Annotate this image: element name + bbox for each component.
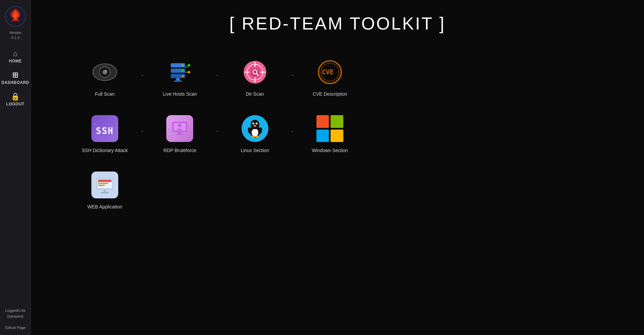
user-info: LoggedIn As [sarayloo]	[4, 304, 27, 322]
svg-point-33	[178, 124, 181, 127]
nav-dashboard-label: Dashboard	[1, 80, 29, 85]
tool-full-scan[interactable]: Full Scan	[71, 50, 138, 103]
rdp-icon-wrap	[165, 113, 195, 144]
svg-text:CVE: CVE	[322, 68, 334, 76]
tool-web-application[interactable]: WEB Application	[71, 163, 138, 216]
dir-scan-icon-wrap	[240, 57, 270, 87]
home-icon: ⌂	[13, 50, 18, 57]
svg-point-1	[14, 14, 17, 17]
svg-rect-51	[98, 183, 108, 184]
ssh-label: SSH Dictionary Attack	[82, 148, 128, 153]
windows-label: Windows Section	[312, 148, 348, 153]
web-app-label: WEB Application	[87, 204, 122, 209]
windows-icon	[316, 115, 343, 142]
svg-rect-53	[103, 190, 106, 192]
nav-home-label: HOME	[9, 59, 22, 63]
svg-point-44	[251, 136, 255, 138]
windows-quad-red	[316, 115, 329, 128]
sep-1: -	[138, 70, 146, 79]
tool-dir-scan[interactable]: Dir Scan	[221, 50, 289, 103]
nav-logout[interactable]: 🔒 LOGOUT	[0, 89, 31, 110]
live-hosts-label: Live Hosts Scan	[163, 91, 197, 97]
tool-rdp-bruteforce[interactable]: RDP Bruteforce	[146, 107, 213, 160]
nav-logout-label: LOGOUT	[6, 102, 24, 106]
live-hosts-icon-wrap	[165, 57, 195, 87]
svg-point-12	[182, 75, 184, 77]
ssh-prompt-text: >_	[91, 122, 98, 126]
svg-rect-52	[98, 185, 105, 186]
tool-windows-section[interactable]: Windows Section	[296, 107, 363, 160]
svg-point-45	[255, 136, 259, 138]
tool-row-2: >_ SSH SSH Dictionary Attack -	[71, 107, 617, 160]
nav-dashboard[interactable]: ⊞ Dashboard	[0, 67, 31, 89]
svg-point-16	[188, 71, 190, 73]
tool-ssh-attack[interactable]: >_ SSH SSH Dictionary Attack	[71, 107, 138, 160]
svg-point-43	[254, 125, 256, 127]
ssh-icon: >_ SSH	[91, 115, 118, 142]
full-scan-icon-wrap	[90, 57, 120, 87]
windows-icon-wrap	[315, 113, 345, 144]
sep-5: -	[213, 127, 221, 136]
tool-grid: Full Scan -	[31, 44, 644, 230]
app-logo	[4, 5, 27, 28]
tool-linux-section[interactable]: Linux Section	[221, 107, 289, 160]
full-scan-icon	[91, 59, 118, 86]
ssh-icon-wrap: >_ SSH	[90, 113, 120, 144]
rdp-label: RDP Bruteforce	[163, 148, 196, 153]
svg-point-41	[253, 123, 254, 124]
rdp-icon	[166, 115, 193, 142]
cve-icon: CVE	[316, 59, 343, 86]
tool-row-3: WEB Application	[71, 163, 617, 216]
web-icon-wrap	[90, 170, 120, 200]
cve-label: CVE Description	[313, 91, 347, 97]
lock-icon: 🔒	[11, 93, 20, 100]
web-monitor-icon	[95, 175, 115, 195]
logged-in-label: LoggedIn As	[5, 308, 26, 313]
web-icon	[91, 172, 118, 198]
live-hosts-icon	[166, 59, 193, 86]
tool-row-1: Full Scan -	[71, 50, 617, 103]
sep-6: -	[289, 127, 296, 136]
rdp-monitor-icon	[170, 119, 189, 138]
nav-home[interactable]: ⌂ HOME	[0, 46, 31, 67]
svg-rect-34	[178, 132, 181, 134]
svg-rect-18	[174, 81, 182, 82]
svg-point-6	[105, 70, 107, 72]
version-display: Version 0.1.3	[9, 30, 22, 41]
svg-rect-35	[176, 134, 183, 135]
ssh-text: SSH	[96, 126, 114, 136]
username-label: [sarayloo]	[7, 314, 24, 318]
svg-rect-50	[98, 180, 112, 182]
main-content: [ RED-TEAM TOOLKIT ] Full Scan -	[31, 0, 644, 335]
svg-point-15	[188, 64, 190, 66]
dir-scan-icon	[242, 59, 268, 86]
windows-quad-yellow	[331, 130, 343, 142]
svg-point-11	[182, 70, 184, 71]
cve-icon-wrap: CVE	[315, 57, 345, 87]
svg-point-37	[252, 129, 258, 137]
sep-2: -	[213, 70, 221, 79]
sep-4: -	[138, 127, 146, 136]
page-title: [ RED-TEAM TOOLKIT ]	[31, 0, 644, 44]
sidebar: Version 0.1.3 ⌂ HOME ⊞ Dashboard 🔒 LOGOU…	[0, 0, 31, 335]
dir-scan-label: Dir Scan	[246, 91, 264, 97]
linux-icon	[242, 115, 268, 142]
dashboard-icon: ⊞	[12, 71, 18, 79]
linux-label: Linux Section	[241, 148, 269, 153]
sep-3: -	[289, 70, 296, 79]
svg-point-42	[256, 123, 257, 124]
linux-icon-wrap	[240, 113, 270, 144]
svg-point-10	[182, 64, 184, 66]
full-scan-label: Full Scan	[95, 91, 115, 97]
windows-quad-blue	[316, 130, 329, 142]
tool-cve-description[interactable]: CVE CVE Description	[296, 50, 363, 103]
tux-icon	[246, 119, 264, 138]
svg-point-38	[251, 120, 259, 129]
tool-live-hosts-scan[interactable]: Live Hosts Scan	[146, 50, 213, 103]
logo-icon	[5, 6, 26, 27]
github-link[interactable]: Github Page	[5, 322, 26, 335]
windows-quad-green	[331, 115, 343, 128]
svg-rect-54	[101, 192, 109, 193]
svg-rect-17	[176, 78, 180, 81]
